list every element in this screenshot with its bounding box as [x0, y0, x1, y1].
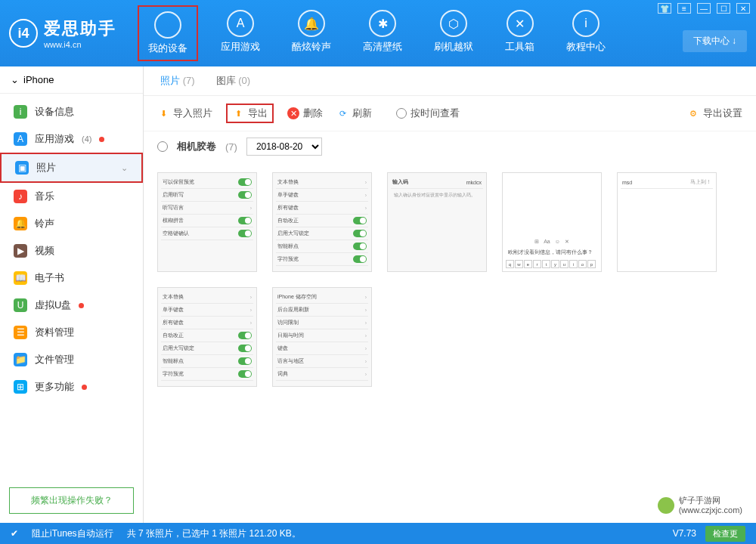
refresh-button[interactable]: ⟳ 刷新: [336, 107, 372, 120]
app-title: 爱思助手: [44, 17, 116, 40]
sidebar-list: i设备信息A应用游戏(4)▣照片⌄♪音乐🔔铃声▶视频📖电子书U虚拟U盘☰资料管理…: [0, 94, 143, 478]
photo-thumb[interactable]: ⊞Aa☺✕ 欧刚才没看到信息，请问有什么事？ qwertyuiop: [502, 172, 602, 272]
sidebar-item-音乐[interactable]: ♪音乐: [0, 183, 143, 210]
notification-dot: [82, 385, 87, 390]
album-count: (7): [225, 141, 237, 153]
photo-thumb[interactable]: 可以保留预览启用听写听写语言›模糊拼音空格键确认: [157, 172, 257, 272]
main-nav: 我的设备A应用游戏🔔酷炫铃声✱高清壁纸⬡刷机越狱✕工具箱i教程中心: [138, 5, 615, 61]
sidebar-icon: i: [14, 105, 27, 119]
album-name: 相机胶卷: [177, 140, 216, 153]
menu-icon[interactable]: ≡: [677, 3, 691, 14]
sidebar-icon: ▶: [14, 244, 27, 258]
sidebar-icon: ♪: [14, 190, 27, 203]
maximize-button[interactable]: ☐: [717, 3, 730, 14]
export-button[interactable]: ⬆ 导出: [226, 104, 274, 123]
sidebar-item-文件管理[interactable]: 📁文件管理: [0, 346, 143, 373]
album-radio[interactable]: [157, 141, 168, 152]
watermark-icon: [658, 497, 674, 514]
nav-工具箱[interactable]: ✕工具箱: [496, 5, 544, 61]
version-label: V7.73: [673, 528, 696, 539]
photo-thumb[interactable]: 文本替换›单手键盘›所有键盘›自动改正启用大写锁定智能标点字符预览: [157, 287, 257, 387]
sidebar-label: 照片: [36, 161, 56, 175]
refresh-label: 刷新: [352, 107, 372, 120]
nav-label: 教程中心: [566, 40, 606, 54]
status-info: 共 7 张照片，已选中 1 张照片 121.20 KB。: [127, 527, 301, 540]
photo-thumb[interactable]: iPhone 储存空间›后台应用刷新›访问限制›日期与时间›键盘›语言与地区›词…: [272, 287, 372, 387]
notification-dot: [99, 137, 104, 142]
delete-label: 删除: [303, 107, 323, 120]
sidebar-item-视频[interactable]: ▶视频: [0, 237, 143, 264]
sidebar-item-电子书[interactable]: 📖电子书: [0, 264, 143, 292]
sidebar-icon: 📁: [14, 353, 27, 366]
by-time-label: 按时间查看: [411, 107, 460, 120]
sidebar-label: 设备信息: [35, 105, 74, 119]
tab-照片[interactable]: 照片 (7): [160, 74, 195, 88]
sidebar: ⌄ iPhone i设备信息A应用游戏(4)▣照片⌄♪音乐🔔铃声▶视频📖电子书U…: [0, 66, 144, 523]
check-update-button[interactable]: 检查更: [705, 526, 745, 542]
photo-thumb[interactable]: msd马上到！: [617, 172, 717, 272]
sidebar-icon: A: [14, 132, 27, 146]
sidebar-label: 应用游戏: [35, 132, 74, 146]
import-photos-button[interactable]: ⬇ 导入照片: [157, 107, 212, 120]
photo-thumb[interactable]: 输入码mkdcx 输入确认身份对应设置中显示的输入码。: [387, 172, 487, 272]
nav-icon: ✕: [507, 10, 534, 37]
sidebar-item-更多功能[interactable]: ⊞更多功能: [0, 373, 143, 400]
sidebar-icon: U: [14, 298, 27, 312]
sidebar-label: 虚拟U盘: [35, 298, 71, 312]
minimize-button[interactable]: —: [697, 3, 711, 14]
sidebar-label: 视频: [35, 244, 54, 258]
download-center-button[interactable]: 下载中心 ↓: [683, 30, 747, 52]
export-icon: ⬆: [232, 107, 244, 119]
nav-label: 高清壁纸: [363, 40, 402, 54]
device-selector[interactable]: ⌄ iPhone: [0, 66, 143, 94]
nav-icon: ⬡: [440, 10, 467, 37]
import-icon: ⬇: [157, 107, 169, 119]
operation-fail-help-button[interactable]: 频繁出现操作失败？: [9, 487, 134, 514]
delete-button[interactable]: ✕ 删除: [287, 107, 323, 120]
date-filter-select[interactable]: 2018-08-20: [246, 138, 322, 156]
nav-教程中心[interactable]: i教程中心: [557, 5, 615, 61]
delete-icon: ✕: [287, 107, 299, 119]
nav-高清壁纸[interactable]: ✱高清壁纸: [354, 5, 411, 61]
nav-icon: A: [227, 10, 254, 37]
main-content: 照片 (7)图库 (0) ⬇ 导入照片 ⬆ 导出 ✕ 删除 ⟳ 刷新 按时间查看: [144, 66, 756, 523]
refresh-icon: ⟳: [336, 107, 349, 119]
nav-我的设备[interactable]: 我的设备: [138, 5, 198, 61]
sidebar-item-应用游戏[interactable]: A应用游戏(4): [0, 125, 143, 153]
sidebar-item-铃声[interactable]: 🔔铃声: [0, 210, 143, 237]
photo-grid: 可以保留预览启用听写听写语言›模糊拼音空格键确认 文本替换›单手键盘›所有键盘›…: [144, 162, 756, 397]
import-label: 导入照片: [173, 107, 212, 120]
sidebar-item-资料管理[interactable]: ☰资料管理: [0, 319, 143, 346]
sidebar-icon: 🔔: [14, 217, 27, 230]
nav-label: 酷炫铃声: [292, 40, 331, 54]
sidebar-label: 电子书: [35, 271, 64, 285]
nav-刷机越狱[interactable]: ⬡刷机越狱: [425, 5, 482, 61]
sidebar-icon: ▣: [15, 161, 29, 175]
close-button[interactable]: ✕: [736, 3, 750, 14]
itunes-block-toggle[interactable]: 阻止iTunes自动运行: [32, 527, 113, 540]
photo-thumb[interactable]: 文本替换›单手键盘›所有键盘›自动改正启用大写锁定智能标点字符预览: [272, 172, 372, 272]
status-bar: ✔ 阻止iTunes自动运行 共 7 张照片，已选中 1 张照片 121.20 …: [0, 523, 756, 544]
sidebar-item-设备信息[interactable]: i设备信息: [0, 98, 143, 125]
app-url: www.i4.cn: [44, 40, 116, 49]
tab-图库[interactable]: 图库 (0): [216, 74, 251, 88]
watermark: 铲子手游网 (www.czjxjc.com): [652, 493, 748, 518]
nav-icon: i: [572, 10, 600, 37]
gear-icon: ⚙: [687, 107, 699, 119]
nav-酷炫铃声[interactable]: 🔔酷炫铃声: [283, 5, 340, 61]
export-settings-button[interactable]: ⚙ 导出设置: [687, 107, 742, 120]
toolbar: ⬇ 导入照片 ⬆ 导出 ✕ 删除 ⟳ 刷新 按时间查看 ⚙ 导出设置: [144, 96, 756, 131]
chevron-down-icon: ⌄: [121, 163, 128, 173]
nav-label: 刷机越狱: [434, 40, 473, 54]
shirt-icon[interactable]: 👕: [658, 3, 671, 14]
sidebar-icon: 📖: [14, 271, 27, 285]
nav-icon: 🔔: [298, 10, 325, 37]
sidebar-item-虚拟U盘[interactable]: U虚拟U盘: [0, 292, 143, 319]
device-name: iPhone: [23, 74, 54, 85]
app-header: 👕 ≡ — ☐ ✕ i4 爱思助手 www.i4.cn 我的设备A应用游戏🔔酷炫…: [0, 0, 756, 66]
sidebar-item-照片[interactable]: ▣照片⌄: [0, 153, 143, 183]
nav-应用游戏[interactable]: A应用游戏: [212, 5, 269, 61]
count-badge: (4): [82, 134, 91, 144]
view-by-time-button[interactable]: 按时间查看: [396, 107, 460, 120]
nav-label: 我的设备: [148, 42, 187, 55]
